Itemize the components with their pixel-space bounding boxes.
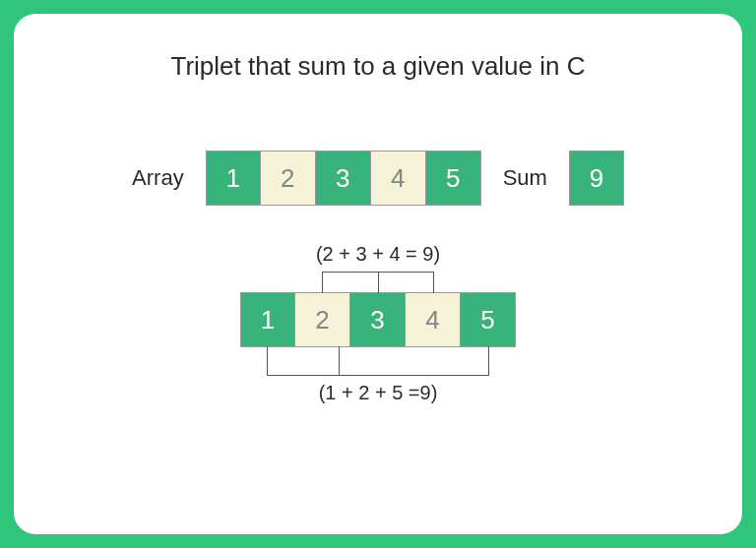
- sum-label: Sum: [503, 165, 547, 191]
- bracket-top: [322, 272, 434, 293]
- array-label: Array: [132, 165, 184, 191]
- equation-top: (2 + 3 + 4 = 9): [316, 243, 440, 266]
- equation-bottom: (1 + 2 + 5 =9): [319, 382, 438, 404]
- array-cell-1: 2: [261, 151, 316, 206]
- lower-cell-4: 5: [461, 292, 516, 347]
- array-cell-3: 4: [371, 151, 426, 206]
- triplet-illustration: (2 + 3 + 4 = 9) 1 2 3 4 5 (1 + 2 + 5 =9): [53, 243, 703, 404]
- page-title: Triplet that sum to a given value in C: [53, 51, 703, 82]
- bracket-bottom: [267, 346, 489, 376]
- lower-cell-3: 4: [406, 292, 461, 347]
- lower-cell-0: 1: [240, 292, 295, 347]
- lower-cell-1: 2: [295, 292, 350, 347]
- array-sum-row: Array 1 2 3 4 5 Sum 9: [53, 151, 703, 206]
- lower-array-cells: 1 2 3 4 5: [240, 292, 516, 347]
- lower-cell-2: 3: [350, 292, 406, 347]
- array-cells: 1 2 3 4 5: [206, 151, 481, 206]
- diagram-card: Triplet that sum to a given value in C A…: [14, 14, 742, 534]
- array-cell-4: 5: [426, 151, 481, 206]
- array-cell-2: 3: [316, 151, 371, 206]
- array-cell-0: 1: [206, 151, 261, 206]
- sum-cell-container: 9: [569, 151, 624, 206]
- sum-cell: 9: [569, 151, 624, 206]
